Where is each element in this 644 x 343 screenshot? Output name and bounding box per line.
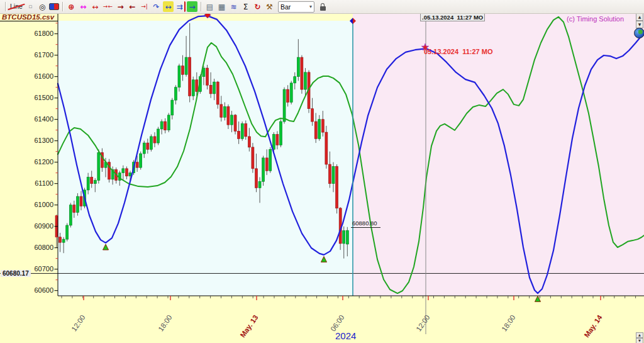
refresh-button[interactable]: ↻ (252, 1, 263, 12)
candle-body (346, 230, 348, 244)
candle-body (164, 121, 167, 130)
y-tick-label: 61600 (34, 72, 53, 80)
candle-body (80, 196, 82, 206)
toolbar: Line▫◎⊕↔↔→←→←→|↷↔⇉→▤▦≋Σ↻⚒Bar▾ (0, 0, 644, 14)
candle-body (140, 154, 142, 167)
candle-body (311, 109, 314, 121)
candle-body (160, 121, 163, 129)
x-tick-label: May. 14 (582, 313, 604, 339)
x-tick-label: 18:00 (157, 313, 173, 332)
scroll-to-end-button[interactable]: →| (139, 1, 150, 12)
candle-body (59, 237, 62, 243)
candle-body (238, 131, 240, 138)
candle-body (150, 137, 152, 149)
expand-range-button[interactable]: ↔ (90, 1, 101, 12)
x-tick-label: May. 13 (238, 313, 259, 339)
candle-body (255, 169, 257, 188)
bottom-scroll-up-button[interactable]: ▲ (636, 332, 643, 338)
price-chart-canvas[interactable]: 6060060700608006090061000611006120061300… (0, 0, 644, 343)
candle-body (209, 85, 212, 94)
candle-body (321, 120, 324, 132)
candle-body (328, 164, 331, 184)
y-tick-label: 61500 (34, 94, 53, 101)
last-price-label: 60880.80 (351, 220, 380, 228)
scroll-up-button[interactable]: ▲ (636, 13, 643, 21)
candle-body (206, 68, 209, 85)
x-tick-label: 18:00 (500, 313, 516, 332)
line-style-button[interactable]: ▫ (25, 1, 36, 12)
undo-view-button[interactable]: ↷ (151, 1, 162, 12)
lock-icon (320, 6, 326, 11)
candle-body (76, 196, 79, 213)
toolbar-separator (5, 2, 6, 11)
y-tick-label: 61200 (34, 158, 53, 166)
goto-last-bar-button[interactable]: → (187, 1, 197, 12)
tools-button[interactable]: ⚒ (264, 1, 275, 12)
fit-range-button[interactable]: ↔ (78, 1, 89, 12)
candle-body (265, 158, 268, 171)
sum-button[interactable]: Σ (240, 1, 251, 12)
line-tool-button[interactable]: Line (9, 1, 24, 12)
toolbar-separator (62, 2, 63, 11)
scroll-left-button[interactable]: ← (127, 1, 138, 12)
candle-body (272, 135, 275, 150)
candle-body (171, 100, 174, 115)
candle-body (248, 137, 250, 147)
candle-body (276, 135, 279, 145)
lock-button[interactable] (318, 1, 328, 12)
scroll-right-button[interactable]: → (115, 1, 126, 12)
candle-body (269, 149, 272, 171)
candle-body (153, 137, 156, 143)
candle-body (213, 82, 216, 94)
toolbar-separator (201, 2, 201, 11)
center-view-button[interactable]: ↔ (163, 1, 174, 12)
candle-body (125, 169, 128, 176)
zoom-edit-button[interactable]: ◎ (37, 1, 48, 12)
candle-body (227, 106, 230, 125)
candle-body (301, 57, 303, 89)
level-price-label: 60680.17 (1, 270, 31, 277)
bar-type-value: Bar (280, 3, 291, 11)
chart-settings-button[interactable]: ≋ (228, 1, 239, 12)
y-tick-label: 61700 (34, 51, 53, 59)
candle-body (69, 205, 72, 225)
candle-body (304, 72, 306, 89)
candle-body (314, 121, 317, 138)
candle-body (332, 167, 335, 184)
candle-body (220, 104, 223, 117)
print-button[interactable]: ▦ (216, 1, 227, 12)
candle-body (167, 115, 170, 130)
y-tick-label: 60600 (34, 286, 53, 294)
y-tick-label: 60700 (34, 265, 53, 273)
y-tick-label: 61300 (34, 137, 53, 144)
new-doc-button[interactable]: ▤ (204, 1, 215, 12)
flag-palette-button[interactable] (49, 3, 59, 10)
x-tick-label: 12:00 (414, 313, 431, 332)
candle-body (336, 167, 338, 208)
cursor-datetime-box: .05.13.2024 11:27 MO (420, 13, 485, 21)
candle-body (287, 89, 289, 102)
shift-to-now-button[interactable]: ⇉ (175, 1, 186, 12)
candle-body (216, 82, 219, 104)
candle-body (325, 132, 328, 164)
candle-body (245, 124, 247, 137)
candle-body (343, 231, 345, 244)
y-tick-label: 61000 (34, 201, 53, 208)
candle-body (157, 129, 160, 143)
bar-type-select[interactable]: Bar▾ (278, 1, 314, 13)
bottom-scroll-down-button[interactable]: ▼ (636, 338, 643, 343)
compress-range-button[interactable]: →← (102, 1, 114, 12)
y-tick-label: 61800 (34, 30, 53, 37)
candle-body (290, 83, 292, 103)
candle-body (279, 121, 282, 145)
candle-body (182, 66, 184, 75)
candle-body (189, 57, 191, 96)
target-button[interactable]: ⊕ (66, 1, 77, 12)
candle-body (318, 120, 321, 139)
globe-icon[interactable] (634, 28, 644, 38)
y-tick-label: 61100 (35, 179, 53, 187)
candle-body (91, 177, 93, 184)
candle-body (283, 89, 286, 121)
y-tick-label: 61400 (34, 115, 53, 123)
candle-body (87, 177, 89, 190)
